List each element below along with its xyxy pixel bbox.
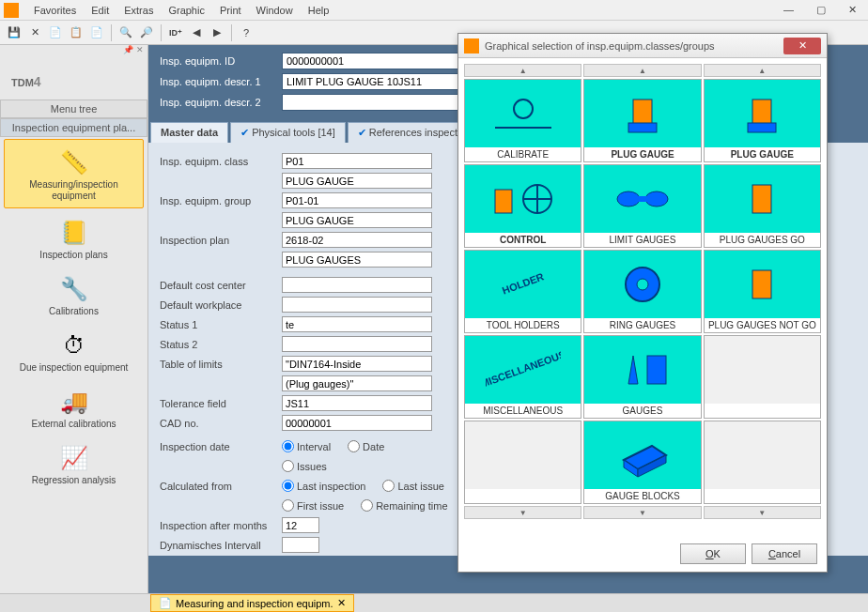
sidebar-item-0[interactable]: 📏 Measuring/inspection equipment (4, 139, 144, 208)
scroll-down-1[interactable]: ▼ (464, 506, 581, 519)
sidebar-icon-2: 🔧 (52, 272, 97, 306)
inspection-after-months-input[interactable] (282, 517, 319, 533)
grid-caption-2: PLUG GAUGE (705, 147, 820, 161)
maximize-icon[interactable]: ▢ (809, 2, 833, 18)
table-limits-label: Table of limits (160, 359, 282, 370)
sidebar-tab-inspection[interactable]: Inspection equipment pla... (0, 118, 147, 137)
menu-favorites[interactable]: Favorites (26, 3, 84, 18)
save-icon[interactable]: 💾 (6, 24, 23, 41)
workplace-input[interactable] (282, 297, 432, 313)
group-input[interactable] (282, 192, 432, 208)
status1-input[interactable] (282, 316, 432, 332)
grid-cell-8[interactable]: PLUG GAUGES NOT GO (704, 250, 821, 333)
plan-descr-input[interactable] (282, 252, 432, 268)
grid-caption-13: GAUGE BLOCKS (584, 489, 700, 503)
menu-extras[interactable]: Extras (116, 3, 161, 18)
sidebar-pin[interactable]: 📌 ✕ (0, 45, 147, 58)
status1-label: Status 1 (160, 319, 282, 330)
grid-cell-14[interactable] (704, 421, 821, 504)
grid-cell-7[interactable]: RING GAUGES (583, 250, 701, 333)
table-limits-input[interactable] (282, 356, 432, 372)
grid-cell-2[interactable]: PLUG GAUGE (704, 79, 821, 162)
sidebar-item-2[interactable]: 🔧 Calibrations (0, 267, 147, 323)
sidebar-item-1[interactable]: 📒 Inspection plans (0, 210, 147, 267)
id-icon[interactable]: ID⁺ (167, 24, 184, 41)
copy-icon[interactable]: 📋 (68, 24, 85, 41)
help-icon[interactable]: ? (238, 24, 255, 41)
grid-cell-5[interactable]: PLUG GAUGES GO (704, 164, 821, 248)
status2-input[interactable] (282, 336, 432, 352)
radio-date[interactable]: Date (348, 440, 384, 452)
minimize-icon[interactable]: — (776, 2, 801, 18)
menu-window[interactable]: Window (249, 3, 301, 18)
bottom-tab-close-icon[interactable]: ✕ (337, 597, 346, 609)
sidebar-icon-5: 📈 (52, 441, 97, 475)
new-icon[interactable]: 📄 (47, 24, 64, 41)
radio-last-inspection[interactable]: Last inspection (282, 480, 365, 492)
grid-cell-6[interactable]: HOLDERTOOL HOLDERS (464, 250, 581, 333)
scroll-up-1[interactable]: ▲ (464, 64, 581, 77)
class-label: Insp. equipm. class (160, 156, 282, 167)
scroll-up-2[interactable]: ▲ (583, 64, 701, 77)
grid-caption-3: CONTROL (465, 233, 581, 247)
menu-edit[interactable]: Edit (84, 3, 116, 18)
svg-rect-5 (748, 123, 776, 132)
scroll-down-3[interactable]: ▼ (704, 506, 821, 519)
grid-caption-5: PLUG GAUGES GO (705, 233, 820, 247)
grid-caption-14 (705, 489, 820, 493)
bottom-tab-measuring[interactable]: 📄 Measuring and inspection equipm. ✕ (150, 594, 354, 612)
grid-cell-3[interactable]: CONTROL (464, 164, 581, 248)
group-descr-input[interactable] (282, 212, 432, 228)
paste-icon[interactable]: 📄 (88, 24, 105, 41)
plan-input[interactable] (282, 232, 432, 248)
scroll-up-3[interactable]: ▲ (704, 64, 821, 77)
insp-id-input[interactable] (282, 53, 470, 69)
cancel-button[interactable]: Cancel (752, 543, 817, 564)
grid-cell-9[interactable]: MISCELLANEOUSMISCELLANEOUS (464, 335, 581, 419)
search-icon[interactable]: 🔍 (117, 24, 134, 41)
grid-cell-0[interactable]: CALIBRATE (464, 79, 581, 162)
search-again-icon[interactable]: 🔎 (138, 24, 155, 41)
class-input[interactable] (282, 153, 432, 169)
delete-icon[interactable]: ✕ (26, 24, 43, 41)
tab-master-data[interactable]: Master data (150, 122, 228, 143)
grid-cell-12[interactable] (464, 421, 581, 504)
tolerance-field-input[interactable] (282, 395, 432, 411)
grid-cell-11[interactable] (704, 335, 821, 419)
radio-issues[interactable]: Issues (282, 460, 327, 472)
next-icon[interactable]: ▶ (209, 24, 225, 41)
sidebar-item-4[interactable]: 🚚 External calibrations (0, 379, 147, 436)
insp-descr2-input[interactable] (282, 94, 470, 111)
menu-print[interactable]: Print (212, 3, 249, 18)
radio-remaining-time[interactable]: Remaining time (361, 499, 447, 512)
grid-cell-1[interactable]: PLUG GAUGE (583, 79, 701, 162)
tab-physical-tools[interactable]: ✔Physical tools [14] (230, 122, 346, 143)
sidebar-item-3[interactable]: ⏱ Due inspection equipment (0, 323, 147, 379)
prev-icon[interactable]: ◀ (188, 24, 205, 41)
svg-text:HOLDER: HOLDER (500, 270, 545, 296)
scroll-down-2[interactable]: ▼ (583, 506, 701, 519)
grid-image-6: HOLDER (465, 251, 581, 318)
radio-last-issue[interactable]: Last issue (382, 480, 444, 492)
cost-center-input[interactable] (282, 277, 432, 293)
table-limits-descr-input[interactable] (282, 375, 432, 391)
grid-cell-10[interactable]: GAUGES (583, 335, 701, 419)
ok-button[interactable]: OK (680, 543, 746, 564)
menu-help[interactable]: Help (301, 3, 337, 18)
radio-first-issue[interactable]: First issue (282, 499, 344, 512)
class-descr-input[interactable] (282, 173, 432, 189)
grid-cell-13[interactable]: GAUGE BLOCKS (583, 421, 701, 504)
sidebar-label-5: Regression analysis (32, 475, 116, 486)
dynamic-interval-input[interactable] (282, 537, 319, 553)
cad-no-input[interactable] (282, 415, 432, 431)
sidebar-item-5[interactable]: 📈 Regression analysis (0, 436, 147, 492)
insp-descr1-input[interactable] (282, 73, 470, 90)
dialog-close-button[interactable]: ✕ (783, 38, 821, 54)
menu-tree-button[interactable]: Menu tree (0, 99, 147, 118)
radio-interval[interactable]: Interval (282, 440, 331, 452)
close-icon[interactable]: ✕ (841, 2, 864, 18)
menu-graphic[interactable]: Graphic (161, 3, 212, 18)
bottom-tab-icon: 📄 (159, 597, 172, 609)
grid-cell-4[interactable]: LIMIT GAUGES (583, 164, 701, 248)
tolerance-field-label: Tolerance field (160, 398, 282, 409)
